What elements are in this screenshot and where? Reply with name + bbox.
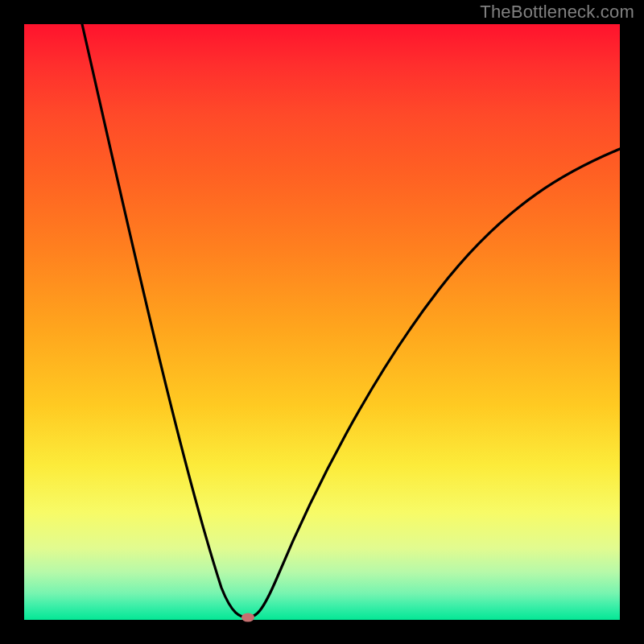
chart-plot-area <box>24 24 620 620</box>
outer-frame: TheBottleneck.com <box>0 0 644 644</box>
chart-curve-layer <box>24 24 620 620</box>
watermark-label: TheBottleneck.com <box>480 2 634 23</box>
bottleneck-curve <box>82 24 620 617</box>
minimum-marker <box>242 613 254 622</box>
